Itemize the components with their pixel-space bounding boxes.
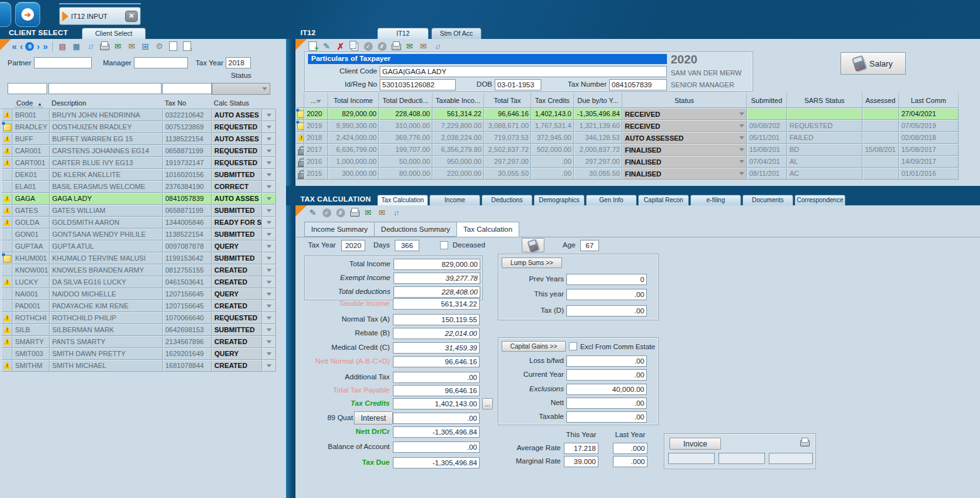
toolbar-icon[interactable] [348, 41, 360, 51]
medical-credit-value[interactable] [393, 342, 480, 354]
days-input[interactable] [395, 240, 419, 251]
calcstatus-column-header[interactable]: Calc Status [212, 98, 276, 109]
tax-year-row[interactable]: 2020 829,000.00 228,408.00 561,314.22 96… [295, 108, 959, 120]
prev-record-button[interactable]: ‹ [19, 41, 24, 51]
current-year-value[interactable] [566, 369, 647, 381]
capital-gains-button[interactable]: Capital Gains >> [502, 341, 566, 352]
tax-calc-tab[interactable]: Documents [742, 195, 793, 205]
tax-credits-value[interactable] [393, 398, 480, 409]
close-icon[interactable]: ✕ [125, 11, 138, 22]
calc-status-dropdown[interactable] [262, 276, 276, 288]
toolbar-icon[interactable] [334, 41, 346, 51]
invoice-button[interactable]: Invoice [669, 438, 721, 450]
tax-calc-tab[interactable]: Gen Info [586, 195, 637, 205]
print-invoice-icon[interactable] [798, 437, 810, 448]
tax-year-row[interactable]: 2017 6,636,799.00 199,707.00 6,356,279.8… [295, 144, 959, 156]
calc-status-dropdown[interactable] [262, 264, 276, 276]
calc-status-dropdown[interactable] [262, 109, 276, 121]
col-tax-credits[interactable]: Tax Credits [531, 93, 574, 108]
description-column-header[interactable]: Description [50, 98, 163, 109]
client-row[interactable]: SMARTY PANTS SMARTY 2134567896 CREATED [1, 336, 276, 348]
col-last-comm[interactable]: Last Comm [899, 93, 959, 108]
calc-status-dropdown[interactable] [262, 348, 276, 360]
client-row[interactable]: SILB SILBERMAN MARK 0642698153 SUBMITTED [1, 324, 276, 336]
dob-input[interactable] [495, 79, 541, 90]
tax-calc-tab[interactable]: Correspondence [795, 195, 845, 205]
panel-splitter[interactable] [286, 39, 295, 498]
client-row[interactable]: ELA01 BASIL ERASMUS WELCOME 2376384190 C… [1, 181, 276, 193]
next-record-button[interactable]: › [36, 41, 40, 51]
tax-year-row[interactable]: 2019 9,990,300.00 310,000.00 7,229,800.0… [295, 120, 959, 132]
marginal-rate-this[interactable] [564, 456, 598, 467]
client-row[interactable]: SMIT003 SMITH DAWN PRETTY 1629201649 QUE… [1, 348, 276, 360]
invoice-field-3[interactable] [769, 453, 813, 464]
calc-status-dropdown[interactable] [262, 217, 276, 229]
status-dropdown-cell[interactable]: FINALISED [622, 168, 747, 180]
toolbar-icon[interactable] [362, 207, 374, 218]
partner-input[interactable] [34, 57, 92, 68]
col-year[interactable]: ... [304, 93, 328, 108]
tax-year-row[interactable]: 2016 1,000,000.00 50,000.00 950,000.00 2… [295, 156, 959, 168]
client-row[interactable]: GUPTAA GUPTA ATUL 0097087878 QUERY [1, 241, 276, 252]
record-info-icon[interactable]: 0 [25, 42, 34, 51]
tax-number-input[interactable] [609, 79, 667, 90]
rebate-value[interactable] [393, 328, 480, 339]
toolbar-icon[interactable] [98, 41, 110, 51]
inner-tab[interactable]: Income Summary [304, 222, 374, 237]
toolbar-icon[interactable] [140, 41, 151, 51]
client-row[interactable]: CAR001 CARSTENS JOHANNES EG14 0658871199… [1, 145, 276, 157]
description-filter-input[interactable] [48, 83, 162, 94]
calc-status-dropdown[interactable] [262, 145, 276, 157]
tab-client-select[interactable]: Client Select [82, 28, 146, 39]
inner-tab[interactable]: Tax Calculation [456, 222, 519, 237]
toolbar-icon[interactable] [362, 41, 374, 51]
client-row[interactable]: KNOW001 KNOWLES BRANDEN ARMY 0812755155 … [1, 264, 276, 276]
client-row[interactable]: CART001 CARTER BLUE IVY EG13 1919732147 … [1, 157, 276, 169]
calc-status-dropdown[interactable] [262, 121, 276, 133]
toolbar-icon[interactable] [390, 41, 402, 51]
col-due-by[interactable]: Due by/to Y... [574, 93, 622, 108]
calc-status-dropdown[interactable] [262, 229, 276, 241]
toolbar-icon[interactable] [84, 41, 96, 51]
id-reg-input[interactable] [380, 79, 456, 90]
invoice-field-2[interactable] [718, 453, 765, 464]
nett-normal-value[interactable] [393, 356, 480, 367]
invoice-field-1[interactable] [668, 453, 715, 464]
calc-status-dropdown[interactable] [262, 252, 276, 264]
col-total-deductions[interactable]: Total Deducti... [379, 93, 432, 108]
calc-status-dropdown[interactable] [262, 241, 276, 252]
status-dropdown-cell[interactable]: RECEIVED [622, 108, 747, 120]
nav-back-button[interactable] [0, 2, 11, 27]
toolbar-icon[interactable] [70, 41, 82, 51]
prev-years-value[interactable] [566, 274, 647, 285]
first-record-button[interactable]: « [11, 41, 18, 51]
calculate-button[interactable] [522, 238, 544, 252]
calc-status-dropdown[interactable] [262, 360, 276, 372]
client-row[interactable]: SMITHM SMITH MICHAEL 1681078844 CREATED [1, 360, 276, 372]
document-tab-it12-input[interactable]: IT12 INPUT ✕ [59, 7, 141, 25]
normal-tax-value[interactable] [393, 314, 480, 325]
total-deductions-value[interactable] [394, 286, 480, 298]
tax-calc-tab[interactable]: Capital Recon [638, 195, 689, 205]
calc-status-dropdown[interactable] [262, 300, 276, 312]
client-row[interactable]: GOLDA GOLDSMITH AARON 1344005846 READY F… [1, 217, 276, 229]
code-filter-input[interactable] [8, 83, 47, 94]
client-row[interactable]: BRADLEY OOSTHUIZEN BRADLEY 0075123869 RE… [1, 121, 276, 133]
calc-status-dropdown[interactable] [262, 133, 276, 145]
client-row[interactable]: BR001 BRUYN JOHN HENDRINNA 0322210642 AU… [1, 109, 276, 121]
calc-status-dropdown[interactable] [262, 336, 276, 348]
toolbar-icon[interactable] [307, 207, 319, 218]
average-rate-last[interactable] [613, 443, 647, 454]
deceased-checkbox[interactable] [440, 241, 448, 249]
interest-button[interactable]: Interest [354, 411, 393, 425]
lump-sums-button[interactable]: Lump Sums >> [502, 257, 562, 268]
client-row[interactable]: PAD001 PADAYACHE KIM RENE 1207156645 CRE… [1, 300, 276, 312]
taxable-value[interactable] [566, 411, 647, 423]
col-total-tax[interactable]: Total Tax [484, 93, 531, 108]
tax-credits-more-button[interactable]: ... [482, 398, 493, 409]
client-row[interactable]: GAGA GAGA LADY 0841057839 AUTO ASSES [1, 193, 276, 205]
client-row[interactable]: GON01 GONTSANA WENDY PHILILE 1138522154 … [1, 229, 276, 241]
toolbar-icon[interactable] [126, 41, 138, 51]
client-row[interactable]: DEK01 DE KLERK ANELLITE 1016020156 SUBMI… [1, 169, 276, 181]
calc-status-dropdown[interactable] [262, 288, 276, 300]
